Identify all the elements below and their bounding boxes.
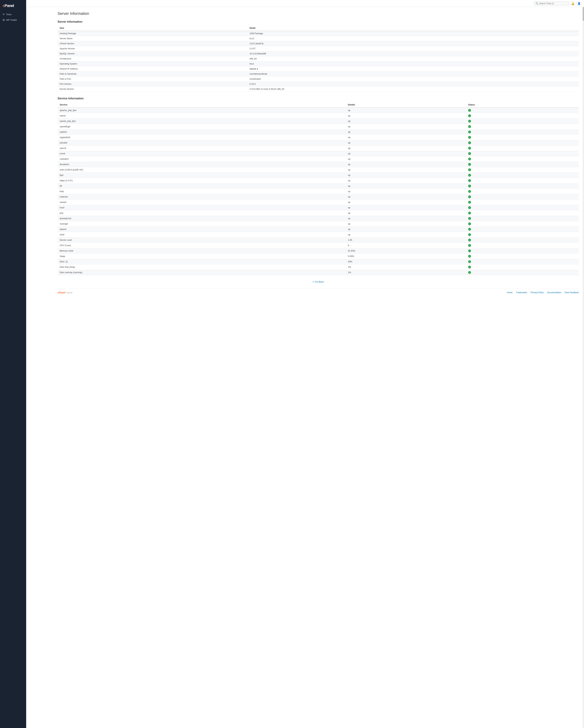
- service-status: ✓: [466, 243, 579, 248]
- service-name: Disk /tmp (/tmp): [57, 264, 346, 270]
- service-name: crond: [57, 151, 346, 156]
- service-name: named: [57, 200, 346, 205]
- service-status: ✓: [466, 194, 579, 200]
- status-badge: ✓: [468, 190, 471, 193]
- footer: cPanel 110.0.8 HomeTrademarksPrivacy Pol…: [57, 288, 579, 296]
- server-info-item: Path to Sendmail: [57, 72, 247, 77]
- cpanel-logo: cPanel: [3, 3, 24, 8]
- scrollbar-track[interactable]: [583, 7, 584, 728]
- sidebar-item-wp-toolkit[interactable]: ⊞ WP Toolkit: [0, 17, 26, 23]
- server-info-row: Path to Sendmail /usr/sbin/sendmail: [57, 72, 579, 77]
- service-details: up: [346, 227, 466, 232]
- server-info-col-detail: Detail: [247, 25, 579, 31]
- status-badge: ✓: [468, 244, 471, 247]
- server-info-item: Shared IP Address: [57, 67, 247, 72]
- service-info-row: sshd up ✓: [57, 232, 579, 237]
- service-info-row: cpanel_php_fpm up ✓: [57, 119, 579, 124]
- status-badge: ✓: [468, 179, 471, 182]
- service-details: up: [346, 200, 466, 205]
- service-details: up: [346, 162, 466, 167]
- service-name: cpgreylistd: [57, 135, 346, 140]
- server-info-item: Server Name: [57, 36, 247, 41]
- footer-link-trademarks[interactable]: Trademarks: [516, 291, 527, 294]
- service-details: 1%: [346, 270, 466, 275]
- service-status: ✓: [466, 146, 579, 151]
- service-info-row: cpsrvd up ✓: [57, 146, 579, 151]
- service-name: ftpd: [57, 173, 346, 178]
- footer-link-privacy-policy[interactable]: Privacy Policy: [531, 291, 544, 294]
- service-info-row: apache_php_fpm up ✓: [57, 108, 579, 113]
- service-details: up: [346, 183, 466, 189]
- service-status: ✓: [466, 162, 579, 167]
- server-info-item: Kernel Version: [57, 87, 247, 92]
- service-details: up: [346, 210, 466, 216]
- status-badge: ✓: [468, 152, 471, 155]
- server-info-row: Perl Version 5.16.3: [57, 82, 579, 87]
- service-details: up: [346, 108, 466, 113]
- search-box[interactable]: 🔍: [534, 1, 569, 5]
- service-info-row: crond up ✓: [57, 151, 579, 156]
- service-info-row: dnsadmin up ✓: [57, 162, 579, 167]
- sidebar-item-tools[interactable]: ✕ Tools: [0, 11, 26, 17]
- go-back-link[interactable]: ↩ Go Back: [312, 281, 324, 283]
- service-status: ✓: [466, 200, 579, 205]
- status-badge: ✓: [468, 185, 471, 187]
- service-name: cphulkd: [57, 140, 346, 146]
- service-name: spamd: [57, 227, 346, 232]
- footer-links: HomeTrademarksPrivacy PolicyDocumentatio…: [507, 291, 579, 294]
- server-info-item: Apache Version: [57, 46, 247, 51]
- service-col-service: Service: [57, 102, 346, 108]
- service-col-status: Status: [466, 102, 579, 108]
- status-badge: ✓: [468, 163, 471, 166]
- service-details: up: [346, 113, 466, 119]
- service-name: Disk /var/tmp (/var/tmp): [57, 270, 346, 275]
- service-info-row: ftpd up ✓: [57, 173, 579, 178]
- service-details: up: [346, 232, 466, 237]
- service-name: Disk / (/): [57, 259, 346, 264]
- service-status: ✓: [466, 237, 579, 243]
- service-info-row: httpd (2.4.57) up ✓: [57, 178, 579, 183]
- service-status: ✓: [466, 113, 579, 119]
- service-info-row: Server Load 1.65 ✓: [57, 237, 579, 243]
- service-name: nscd: [57, 205, 346, 210]
- service-name: cxswatch: [57, 156, 346, 162]
- service-status: ✓: [466, 167, 579, 173]
- server-info-detail: hc12: [247, 36, 579, 41]
- service-info-row: cphulkd up ✓: [57, 140, 579, 146]
- footer-link-give-feedback[interactable]: Give Feedback: [565, 291, 579, 294]
- service-name: rsyslogd: [57, 221, 346, 227]
- search-input[interactable]: [539, 2, 567, 5]
- service-name: exim (4.96-8.cp108~el7): [57, 167, 346, 173]
- user-avatar[interactable]: 👤: [577, 1, 581, 6]
- server-info-item: Perl Version: [57, 82, 247, 87]
- footer-logo: cPanel 110.0.8: [57, 291, 72, 294]
- status-badge: ✓: [468, 136, 471, 139]
- server-info-detail: 110.0 (build 8): [247, 41, 579, 46]
- service-details: up: [346, 129, 466, 135]
- page-title: Server Information: [57, 11, 579, 16]
- footer-link-documentation[interactable]: Documentation: [547, 291, 561, 294]
- notifications-icon[interactable]: 🔔: [570, 1, 575, 6]
- service-status: ✓: [466, 227, 579, 232]
- service-name: Swap: [57, 254, 346, 259]
- server-info-row: Operating System linux: [57, 61, 579, 67]
- server-info-item: Path to Perl: [57, 77, 247, 82]
- service-details: 0.00%: [346, 254, 466, 259]
- server-info-section-title: Server Information: [57, 20, 579, 23]
- service-details: 28%: [346, 259, 466, 264]
- service-info-row: Disk /var/tmp (/var/tmp) 1% ✓: [57, 270, 579, 275]
- server-info-row: Kernel Version 3.10.0-962.3.2.lve1.5.39.…: [57, 87, 579, 92]
- footer-link-home[interactable]: Home: [507, 291, 512, 294]
- status-badge: ✓: [468, 125, 471, 128]
- scrollbar-thumb[interactable]: [583, 7, 584, 21]
- service-details: 51.92%: [346, 248, 466, 254]
- service-status: ✓: [466, 205, 579, 210]
- service-name: cpsrvd: [57, 146, 346, 151]
- service-name: dnsadmin: [57, 162, 346, 167]
- service-details: up: [346, 216, 466, 221]
- service-name: lmtp: [57, 189, 346, 194]
- status-badge: ✓: [468, 266, 471, 268]
- service-status: ✓: [466, 259, 579, 264]
- service-name: CPU Count: [57, 243, 346, 248]
- service-details: 1.65: [346, 237, 466, 243]
